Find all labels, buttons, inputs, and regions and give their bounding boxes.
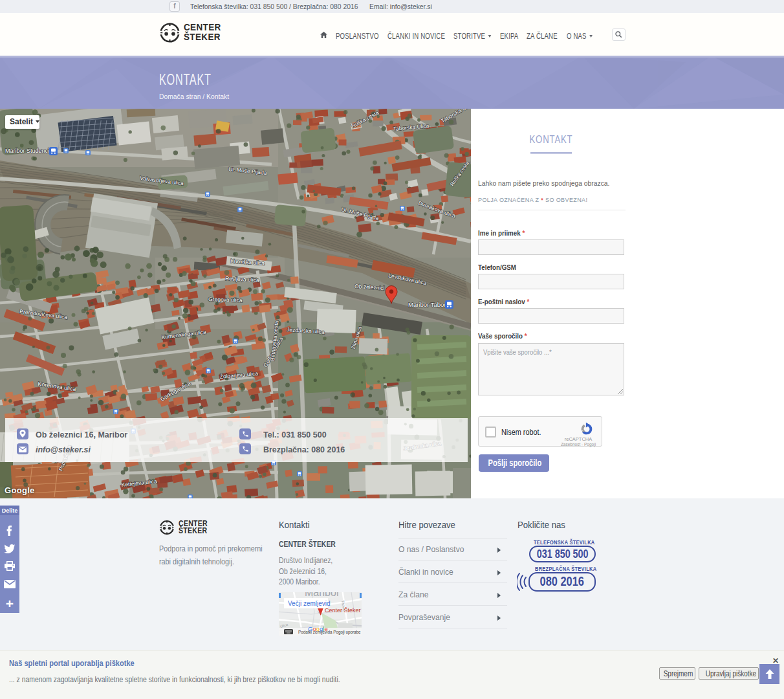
svg-text:Gregova ulica: Gregova ulica [208, 296, 243, 304]
svg-text:Maribor: Maribor [305, 592, 340, 598]
svg-text:Večji zemljevid: Večji zemljevid [288, 600, 331, 607]
svg-text:Center Šteker: Center Šteker [325, 607, 361, 614]
svg-text:Maribor Studenci: Maribor Studenci [5, 148, 49, 154]
svg-text:Maribor Tabor: Maribor Tabor [408, 301, 446, 308]
svg-text:Podatki zemljevida Pogoji upo: Podatki zemljevida Pogoji uporabe [298, 630, 361, 635]
